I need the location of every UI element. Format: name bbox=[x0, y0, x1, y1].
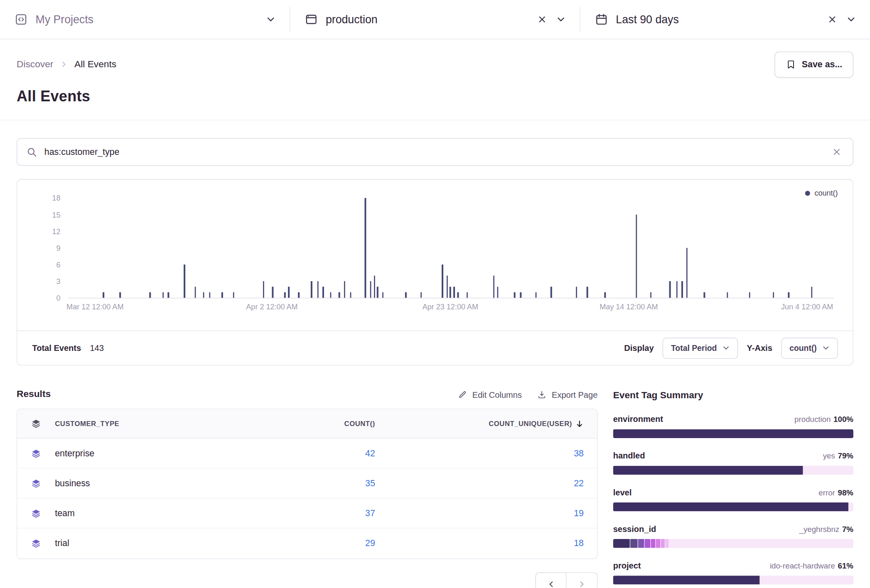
layers-icon bbox=[30, 418, 42, 429]
clear-environment-icon[interactable] bbox=[538, 15, 546, 24]
clear-daterange-icon[interactable] bbox=[828, 15, 837, 24]
chart-legend[interactable]: count() bbox=[805, 189, 838, 197]
chart-bar bbox=[535, 292, 536, 298]
chart-bar bbox=[405, 292, 406, 298]
chart-bar bbox=[317, 281, 318, 298]
x-axis-tick: May 14 12:00 AM bbox=[600, 303, 658, 311]
display-dropdown-value: Total Period bbox=[671, 343, 717, 352]
events-chart-panel: count() 0369121518Mar 12 12:00 AMApr 2 1… bbox=[17, 179, 853, 365]
tag-bar-segment bbox=[656, 539, 660, 548]
table-row: business 35 22 bbox=[17, 468, 597, 498]
results-section: Results Edit Columns Export Page bbox=[17, 389, 597, 588]
environment-selector[interactable]: production bbox=[290, 0, 580, 39]
tag-bar[interactable] bbox=[613, 429, 853, 438]
sort-desc-icon bbox=[575, 419, 584, 428]
search-input[interactable] bbox=[44, 147, 823, 157]
cell-unique-link[interactable]: 22 bbox=[574, 478, 584, 488]
projects-icon bbox=[15, 13, 28, 26]
yaxis-label: Y-Axis bbox=[747, 343, 772, 353]
column-header-count[interactable]: COUNT() bbox=[273, 420, 375, 428]
y-axis-tick: 18 bbox=[32, 194, 60, 202]
breadcrumb-discover-link[interactable]: Discover bbox=[17, 59, 53, 70]
cell-unique-link[interactable]: 38 bbox=[574, 448, 584, 458]
chart-bar bbox=[576, 287, 577, 298]
tag-top-value: error bbox=[818, 488, 835, 497]
save-as-label: Save as... bbox=[802, 59, 842, 69]
tag-bar[interactable] bbox=[613, 576, 853, 584]
project-selector[interactable]: My Projects bbox=[0, 0, 290, 39]
export-page-button[interactable]: Export Page bbox=[537, 390, 597, 399]
daterange-selector-label: Last 90 days bbox=[616, 13, 678, 26]
calendar-icon bbox=[595, 13, 608, 26]
table-row: enterprise 42 38 bbox=[17, 439, 597, 468]
table-row: team 37 19 bbox=[17, 499, 597, 529]
tag-top-pct: 7% bbox=[842, 524, 853, 533]
chart-footer: Total Events 143 Display Total Period Y-… bbox=[17, 331, 853, 365]
y-axis-tick: 0 bbox=[32, 294, 60, 302]
layers-icon bbox=[30, 538, 42, 549]
chevron-left-icon bbox=[547, 580, 555, 588]
chart-bar bbox=[103, 292, 104, 298]
total-events-value: 143 bbox=[90, 343, 103, 353]
chart-bar bbox=[636, 215, 637, 298]
tag-bar-segment bbox=[613, 429, 853, 438]
save-as-button[interactable]: Save as... bbox=[774, 51, 853, 78]
chart-bar bbox=[272, 287, 273, 298]
edit-columns-button[interactable]: Edit Columns bbox=[458, 390, 522, 399]
cell-unique-link[interactable]: 18 bbox=[574, 539, 584, 549]
chart-bar bbox=[344, 281, 345, 298]
results-table: CUSTOMER_TYPE COUNT() COUNT_UNIQUE(USER)… bbox=[17, 409, 597, 559]
pagination bbox=[17, 572, 597, 588]
chart-bar bbox=[773, 292, 774, 298]
chart-bar bbox=[284, 292, 285, 298]
chart-bar bbox=[551, 287, 552, 298]
chart-bar bbox=[681, 281, 683, 298]
tag-row-environment: environment production100% bbox=[613, 414, 853, 438]
breadcrumb: Discover All Events bbox=[17, 59, 116, 70]
chart-bar bbox=[350, 292, 351, 298]
chart-bar bbox=[322, 287, 324, 298]
chart-bar bbox=[298, 292, 299, 298]
x-axis-tick: Jun 4 12:00 AM bbox=[781, 303, 833, 311]
chart-bar bbox=[382, 292, 383, 298]
tag-bar-segment bbox=[613, 466, 803, 475]
tag-row-session-id: session_id _yeghrsbnz7% bbox=[613, 524, 853, 548]
chart-bar bbox=[168, 292, 169, 298]
legend-label: count() bbox=[814, 189, 838, 197]
tag-bar[interactable] bbox=[613, 539, 853, 548]
display-dropdown[interactable]: Total Period bbox=[663, 338, 738, 359]
chart-bar bbox=[457, 292, 458, 298]
y-axis-tick: 3 bbox=[32, 277, 60, 286]
column-header-count-unique[interactable]: COUNT_UNIQUE(USER) bbox=[375, 419, 597, 428]
cell-count-link[interactable]: 35 bbox=[365, 478, 375, 488]
cell-count-link[interactable]: 29 bbox=[365, 539, 375, 549]
pagination-next-button[interactable] bbox=[567, 572, 598, 588]
event-tag-summary: Event Tag Summary environment production… bbox=[613, 389, 853, 588]
search-bar bbox=[17, 138, 853, 166]
tag-top-pct: 100% bbox=[833, 415, 853, 424]
cell-unique-link[interactable]: 19 bbox=[574, 508, 584, 518]
yaxis-dropdown[interactable]: count() bbox=[781, 338, 838, 359]
chevron-down-icon bbox=[723, 344, 730, 351]
chevron-right-icon bbox=[578, 580, 586, 588]
y-axis-tick: 12 bbox=[32, 228, 60, 236]
search-icon bbox=[27, 147, 37, 157]
table-header-row: CUSTOMER_TYPE COUNT() COUNT_UNIQUE(USER) bbox=[17, 409, 597, 439]
chevron-right-icon bbox=[60, 61, 68, 69]
tag-bar[interactable] bbox=[613, 502, 853, 511]
chart-bar bbox=[749, 292, 750, 298]
chart-bar bbox=[364, 198, 366, 298]
environment-selector-label: production bbox=[326, 13, 378, 26]
daterange-selector[interactable]: Last 90 days bbox=[580, 0, 870, 39]
clear-search-icon[interactable] bbox=[830, 145, 843, 159]
cell-count-link[interactable]: 37 bbox=[365, 508, 375, 518]
tag-bar-segment bbox=[645, 539, 650, 548]
column-header-customer-type[interactable]: CUSTOMER_TYPE bbox=[55, 420, 273, 428]
tag-bar[interactable] bbox=[613, 466, 853, 475]
pagination-prev-button[interactable] bbox=[536, 572, 567, 588]
chart-bar bbox=[150, 292, 151, 298]
cell-customer-type: enterprise bbox=[55, 448, 273, 458]
project-selector-label: My Projects bbox=[35, 13, 93, 26]
cell-count-link[interactable]: 42 bbox=[365, 448, 375, 458]
chevron-down-icon bbox=[822, 344, 829, 351]
